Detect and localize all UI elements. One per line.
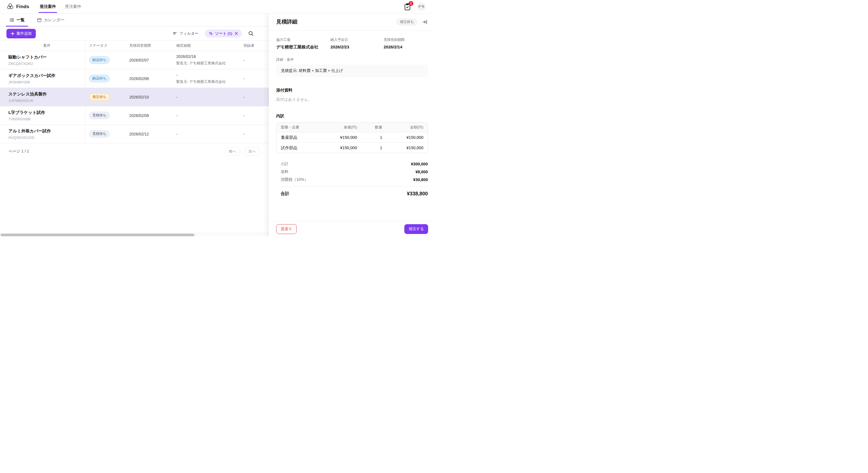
tasks-button[interactable]: 2 [404,3,411,10]
case-id: JPOHMYIS9I [8,80,85,84]
total-row: 消費税（10%） ¥30,800 [281,176,428,184]
brand-name: Finds [16,4,29,9]
registrant: - [243,113,269,118]
case-table-header: 案件 ステータス 見積回答期限 確定納期 登録者 [0,40,269,51]
breakdown-item: 試作部品 [281,145,318,151]
confirmed-date-manufacturer: 製造元: デモ精密工業株式会社 [176,79,240,84]
summary-fields: 協力工場 デモ精密工業株式会社 納入予定日 2026/2/23 見積有効期限 2… [276,37,428,50]
avatar[interactable]: デモ [417,2,426,11]
case-table-body: 駆動シャフトカバー ZRCQATXOR2 納品待ち 2026/02/07 202… [0,51,269,143]
status-badge: 見積待ち [89,112,110,119]
pagination: ページ 1 / 1 前へ 次へ [0,143,269,156]
table-row[interactable]: L字ブラケット試作 TVNSR3X8IB 見積待ち 2026/02/09 - - [0,106,269,125]
calendar-icon [37,18,42,22]
quote-deadline: 2026/02/10 [129,95,173,99]
panel-header: 見積詳細 発注待ち [269,13,434,30]
header-right: 2 デモ [404,2,426,11]
filter-button[interactable]: フィルター [173,31,199,36]
table-row[interactable]: ステンレス治具製作 1UFMBOEEUK 発注待ち 2026/02/10 - - [0,88,269,106]
status-badge: 納品待ち [89,56,110,64]
case-id: HUQSGVG1GD [8,136,85,140]
panel-body: 協力工場 デモ精密工業株式会社 納入予定日 2026/2/23 見積有効期限 2… [269,30,434,221]
registrant: - [243,95,269,99]
total-row: 送料 ¥8,000 [281,168,428,176]
panel-title: 見積詳細 [276,18,298,26]
prev-page-button[interactable]: 前へ [225,147,240,156]
table-row[interactable]: ギアボックスカバー試作 JPOHMYIS9I 納品待ち 2026/02/08 -… [0,69,269,88]
sort-chip[interactable]: ソート (1) [205,29,242,37]
table-row[interactable]: アルミ外装カバー試作 HUQSGVG1GD 見積待ち 2026/02/12 - … [0,125,269,143]
status-badge: 納品待ち [89,75,110,82]
col-case: 案件 [0,40,86,51]
attachments-empty-text: 添付はありません。 [276,97,428,102]
tab-calendar[interactable]: カレンダー [33,13,68,26]
col-status: ステータス [86,40,126,51]
breakdown-title: 内訳 [276,113,428,119]
tab-list-label: 一覧 [17,17,25,23]
brand: Finds [7,3,29,10]
field-delivery-date: 納入予定日 2026/2/23 [331,37,384,50]
order-button[interactable]: 発注する [404,224,428,234]
breakdown-qty: 1 [357,146,382,150]
tab-list[interactable]: 一覧 [6,13,28,26]
case-name: ギアボックスカバー試作 [8,73,85,78]
search-icon[interactable] [248,31,253,36]
registrant: - [243,58,269,62]
breakdown-qty: 1 [357,135,382,140]
breakdown-row: 試作部品 ¥150,000 1 ¥150,000 [276,143,428,153]
panel-footer: 見送り 発注する [269,221,434,237]
confirmed-date: - [176,113,240,118]
col-registrant: 登録者 [240,40,269,51]
panel-status-badge: 発注待ち [396,18,417,26]
header-nav: 発注案件 受注案件 [39,0,89,13]
totals-divider [281,186,428,187]
status-badge: 発注待ち [89,93,110,101]
quote-detail-panel: 見積詳細 発注待ち 協力工場 デモ精密工業株式会社 納入予定日 2026/2/2 [269,13,434,237]
breakdown-amount: ¥150,000 [382,135,423,140]
view-tabbar: 一覧 カレンダー [0,13,269,27]
finds-logo-icon [7,3,14,10]
collapse-panel-icon[interactable] [422,19,427,25]
grand-total-row: 合計 ¥338,800 [281,189,428,199]
plus-icon [11,32,14,35]
case-id: TVNSR3X8IB [8,117,85,121]
case-name: ステンレス治具製作 [8,91,85,97]
registrant: - [243,77,269,81]
next-page-button[interactable]: 次へ [245,147,259,156]
case-id: ZRCQATXOR2 [8,62,85,66]
col-quote-deadline: 見積回答期限 [126,40,173,51]
confirmed-date: - [176,95,240,99]
list-icon [9,18,14,22]
totals: 小計 ¥300,000 送料 ¥8,000 消費税（10%） ¥30,800 合… [276,160,428,199]
sort-label: ソート (1) [215,31,232,36]
details-label: 詳細・条件 [276,57,428,62]
case-name: アルミ外装カバー試作 [8,128,85,134]
table-row[interactable]: 駆動シャフトカバー ZRCQATXOR2 納品待ち 2026/02/07 202… [0,51,269,69]
horizontal-scrollbar-thumb[interactable] [1,234,194,236]
quote-deadline: 2026/02/07 [129,58,173,62]
breakdown-unit-price: ¥150,000 [318,146,357,150]
nav-received-cases[interactable]: 受注案件 [64,0,82,13]
decline-button[interactable]: 見送り [276,224,297,234]
quote-deadline: 2026/02/12 [129,132,173,136]
app-header: Finds 発注案件 受注案件 2 デモ [0,0,434,13]
totals-body: 小計 ¥300,000 送料 ¥8,000 消費税（10%） ¥30,800 [281,160,428,184]
breakdown-body: 量産部品 ¥150,000 1 ¥150,000 試作部品 ¥150,000 1… [276,132,428,153]
attachments-title: 添付資料 [276,88,428,93]
confirmed-date-manufacturer: 製造元: デモ精密工業株式会社 [176,61,240,66]
registrant: - [243,132,269,136]
horizontal-scrollbar [0,233,269,237]
total-row: 小計 ¥300,000 [281,160,428,168]
details-box: 見積提示: 材料費 + 加工費 + 仕上げ [276,65,428,77]
case-name: L字ブラケット試作 [8,110,85,115]
sort-arrows-icon [209,31,213,35]
sort-clear-icon[interactable] [235,32,238,35]
filter-label: フィルター [179,31,199,36]
nav-order-cases[interactable]: 発注案件 [39,0,57,13]
toolbar-right: フィルター ソート (1) [173,29,253,37]
case-name: 駆動シャフトカバー [8,55,85,60]
add-case-button[interactable]: 案件追加 [6,29,36,38]
breakdown-item: 量産部品 [281,135,318,140]
field-quote-expiry: 見積有効期限 2026/2/14 [384,37,428,50]
confirmed-date: - [176,73,240,77]
